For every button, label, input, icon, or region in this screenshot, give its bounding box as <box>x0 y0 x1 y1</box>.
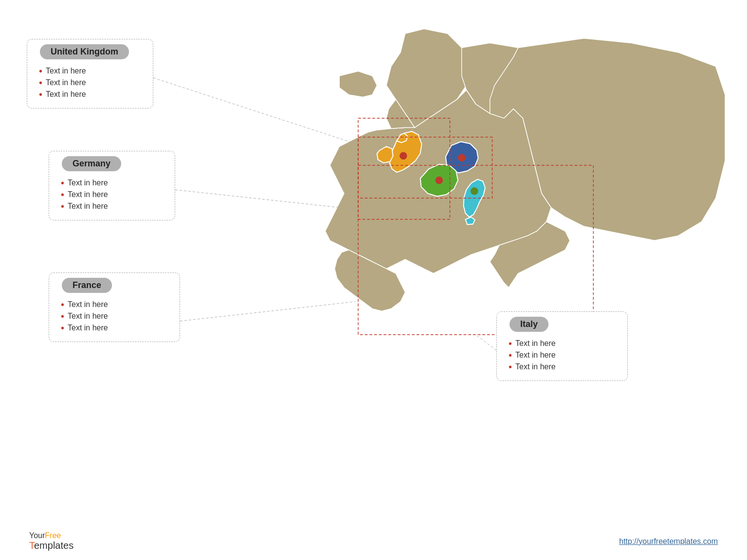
logo: YourFree Templates <box>29 531 73 551</box>
france-item-1: Text in here <box>61 300 172 309</box>
europe-map <box>151 19 735 443</box>
uk-list: Text in here Text in here Text in here <box>35 66 145 99</box>
germany-item-1: Text in here <box>61 178 167 188</box>
france-info-box: France Text in here Text in here Text in… <box>49 272 180 342</box>
italy-item-2: Text in here <box>509 350 619 360</box>
france-title: France <box>62 278 112 293</box>
uk-item-1: Text in here <box>39 66 145 76</box>
footer: YourFree Templates http://yourfreetempla… <box>0 531 747 551</box>
germany-info-box: Germany Text in here Text in here Text i… <box>49 151 175 220</box>
logo-t-letter: T <box>29 540 34 551</box>
uk-item-2: Text in here <box>39 78 145 88</box>
france-list: Text in here Text in here Text in here <box>57 300 172 333</box>
uk-dot <box>400 152 407 160</box>
germany-item-2: Text in here <box>61 190 167 199</box>
france-item-3: Text in here <box>61 323 172 333</box>
germany-title: Germany <box>62 156 121 171</box>
logo-free: Free <box>45 531 61 540</box>
germany-dot <box>458 154 465 161</box>
logo-line1: YourFree <box>29 531 73 540</box>
italy-item-3: Text in here <box>509 362 619 372</box>
italy-title: Italy <box>510 317 548 332</box>
uk-item-3: Text in here <box>39 90 145 99</box>
france-dot <box>436 177 443 184</box>
germany-list: Text in here Text in here Text in here <box>57 178 167 211</box>
uk-info-box: United Kingdom Text in here Text in here… <box>27 39 153 108</box>
logo-templates: Templates <box>29 540 73 551</box>
uk-title: United Kingdom <box>40 44 129 59</box>
germany-item-3: Text in here <box>61 201 167 211</box>
france-item-2: Text in here <box>61 311 172 321</box>
italy-item-1: Text in here <box>509 339 619 348</box>
italy-list: Text in here Text in here Text in here <box>505 339 619 372</box>
italy-info-box: Italy Text in here Text in here Text in … <box>496 311 628 381</box>
italy-dot <box>471 187 478 195</box>
slide-container: United Kingdom Text in here Text in here… <box>0 0 747 560</box>
footer-url[interactable]: http://yourfreetemplates.com <box>619 537 718 546</box>
logo-line2: Templates <box>29 540 73 551</box>
logo-your: Your <box>29 531 45 540</box>
